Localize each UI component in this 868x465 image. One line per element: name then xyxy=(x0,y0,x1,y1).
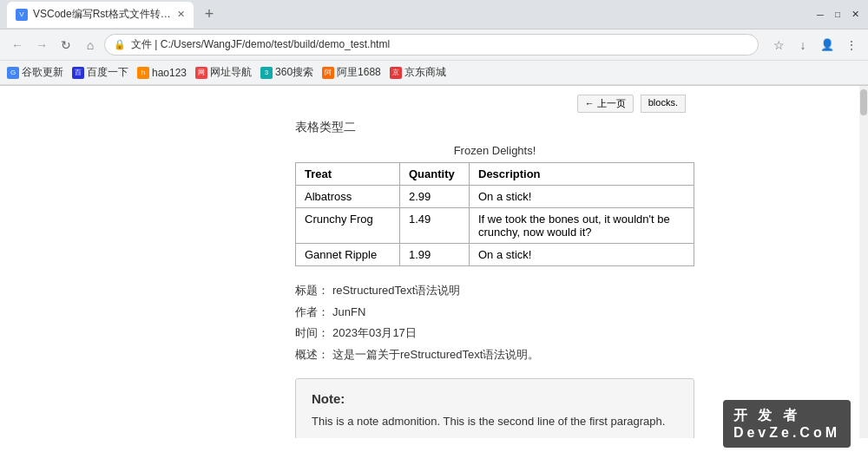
data-table: Treat Quantity Description Albatross2.99… xyxy=(295,162,694,266)
table-cell: 1.99 xyxy=(400,244,470,266)
col-quantity: Quantity xyxy=(400,163,470,186)
meta-time-value: 2023年03月17日 xyxy=(332,323,417,344)
bookmark-nav-icon: 网 xyxy=(195,67,207,79)
new-tab-button[interactable]: + xyxy=(197,3,221,27)
address-bar[interactable]: 🔒 文件 | C:/Users/WangJF/demo/test/build/d… xyxy=(104,34,759,56)
table-cell: On a stick! xyxy=(470,244,694,266)
bookmark-nav[interactable]: 网 网址导航 xyxy=(195,65,252,80)
meta-time-label: 时间： xyxy=(295,323,329,344)
tab-title: VSCode编写Rst格式文件转换ht... xyxy=(33,7,172,22)
meta-tags-row: 标题： reStructuredText语法说明 xyxy=(295,280,694,302)
watermark: 开 发 者DevZe.CoM xyxy=(723,400,851,438)
meta-author-label: 作者： xyxy=(295,302,329,324)
bookmark-hao123[interactable]: h hao123 xyxy=(137,67,187,79)
scrollbar[interactable] xyxy=(859,86,868,438)
table-row: Gannet Ripple1.99On a stick! xyxy=(296,244,694,266)
bookmark-360[interactable]: 3 360搜索 xyxy=(260,65,313,80)
meta-author-row: 作者： JunFN xyxy=(295,302,694,324)
bookmark-1688[interactable]: 阿 阿里1688 xyxy=(322,65,381,80)
meta-tags-value: reStructuredText语法说明 xyxy=(332,280,460,302)
window-minimize-button[interactable]: ─ xyxy=(814,9,826,21)
bookmark-star-icon[interactable]: ☆ xyxy=(769,36,788,55)
blocks-label: blocks. xyxy=(641,95,686,113)
downloads-icon[interactable]: ↓ xyxy=(793,36,812,55)
table-cell: 1.49 xyxy=(400,208,470,244)
col-treat: Treat xyxy=(296,163,400,186)
menu-icon[interactable]: ⋮ xyxy=(842,36,861,55)
table-row: Albatross2.99On a stick! xyxy=(296,186,694,208)
address-text: 文件 | C:/Users/WangJF/demo/test/build/dem… xyxy=(131,37,749,52)
table-cell: 2.99 xyxy=(400,186,470,208)
meta-tags-label: 标题： xyxy=(295,280,329,302)
meta-summary-label: 概述： xyxy=(295,344,329,366)
bookmark-jd[interactable]: 京 京东商城 xyxy=(390,65,446,80)
table-caption: Frozen Delights! xyxy=(295,144,694,157)
table-row: Crunchy Frog1.49If we took the bones out… xyxy=(296,208,694,244)
note-title: Note: xyxy=(312,391,678,406)
bookmark-googler[interactable]: G 谷歌更新 xyxy=(7,65,63,80)
table-cell: Gannet Ripple xyxy=(296,244,400,266)
bookmark-1688-icon: 阿 xyxy=(322,67,334,79)
col-description: Description xyxy=(470,163,694,186)
browser-tab[interactable]: V VSCode编写Rst格式文件转换ht... ✕ xyxy=(7,2,194,28)
bookmark-360-icon: 3 xyxy=(260,67,273,79)
section-title: 表格类型二 xyxy=(295,120,694,135)
meta-summary-row: 概述： 这是一篇关于reStructuredText语法说明。 xyxy=(295,344,694,366)
table-cell: On a stick! xyxy=(470,186,694,208)
reload-button[interactable]: ↻ xyxy=(56,35,76,56)
window-maximize-button[interactable]: □ xyxy=(832,9,844,21)
home-button[interactable]: ⌂ xyxy=(80,35,101,56)
table-cell: Crunchy Frog xyxy=(296,208,400,244)
bookmark-baidu[interactable]: 百 百度一下 xyxy=(72,65,128,80)
note-text: This is a note admonition. This is the s… xyxy=(312,413,678,430)
bookmark-jd-icon: 京 xyxy=(390,67,402,79)
window-close-button[interactable]: ✕ xyxy=(849,9,861,21)
bookmark-baidu-icon: 百 xyxy=(72,67,84,79)
forward-button[interactable]: → xyxy=(31,35,52,56)
lock-icon: 🔒 xyxy=(114,39,126,50)
tab-close-icon[interactable]: ✕ xyxy=(177,9,185,20)
meta-summary-value: 这是一篇关于reStructuredText语法说明。 xyxy=(332,344,539,366)
table-cell: Albatross xyxy=(296,186,400,208)
tab-favicon: V xyxy=(16,9,28,21)
meta-time-row: 时间： 2023年03月17日 xyxy=(295,323,694,344)
meta-author-value: JunFN xyxy=(332,302,365,324)
bookmark-hao123-icon: h xyxy=(137,67,149,79)
bookmark-googler-icon: G xyxy=(7,67,19,79)
note-box: Note: This is a note admonition. This is… xyxy=(295,378,694,438)
meta-section: 标题： reStructuredText语法说明 作者： JunFN 时间： 2… xyxy=(295,280,694,366)
prev-page-button[interactable]: ← 上一页 xyxy=(577,95,634,113)
table-cell: If we took the bones out, it wouldn't be… xyxy=(470,208,694,244)
back-button[interactable]: ← xyxy=(7,35,28,56)
account-icon[interactable]: 👤 xyxy=(818,36,837,55)
